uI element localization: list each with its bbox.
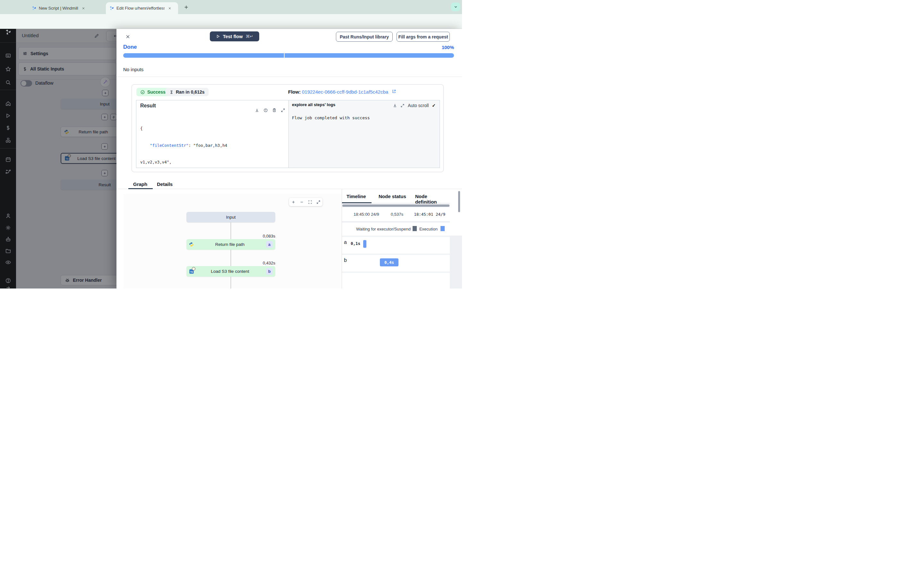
run-result-card: Success Ran in 0,612s Flow: 019224ec-066…: [132, 84, 444, 172]
sidebar-divider: [0, 42, 16, 43]
legend-waiting-label: Waiting for executor/Suspend: [356, 227, 411, 231]
sidebar-item-settings-gear-icon[interactable]: [0, 223, 16, 232]
shortcut-hint: ⌘↵: [246, 34, 253, 39]
sidebar-item-schedules-calendar-icon[interactable]: [0, 155, 16, 164]
timeline-panel: Timeline Node status Node definition 18:…: [342, 189, 450, 288]
logs-pane: explore all steps' logs Auto scroll ✓ Fl…: [288, 100, 439, 168]
sidebar-item-workers-robot-icon[interactable]: [0, 234, 16, 244]
sidebar-item-folders-icon[interactable]: [0, 246, 16, 255]
auto-scroll-label[interactable]: Auto scroll: [408, 103, 429, 108]
graph-edge: [231, 250, 231, 266]
checkmark-icon[interactable]: ✓: [432, 103, 436, 108]
tab-search-chevron-button[interactable]: [451, 3, 460, 11]
test-flow-button[interactable]: Test flow ⌘↵: [210, 31, 259, 41]
timeline-range-row: 18:45:00 24/9 0,537s 18:45:01 24/9: [342, 207, 450, 221]
sidebar-item-audit-eye-icon[interactable]: [0, 258, 16, 267]
browser-tab-edit-flow[interactable]: Edit Flow u/henri/effortless_fl: [106, 2, 178, 14]
external-link-icon[interactable]: [392, 89, 396, 93]
sidebar-divider: [0, 90, 16, 90]
result-logs-split: Result { "fileContentStr": "foo,bar,h3,h…: [136, 100, 440, 168]
step-id-badge: b: [266, 268, 273, 275]
timeline-start: 18:45:00 24/9: [354, 212, 379, 217]
sidebar-item-apps-icon[interactable]: [0, 51, 16, 60]
test-flow-label: Test flow: [223, 34, 243, 39]
hourglass-icon: [170, 90, 174, 94]
step-a-duration: 0,083s: [246, 234, 275, 239]
close-tab-icon[interactable]: [81, 6, 86, 11]
scrollbar-thumb-vertical[interactable]: [458, 191, 460, 212]
sidebar-item-users-icon[interactable]: [0, 211, 16, 221]
scroll-gutter: [450, 189, 462, 288]
legend-execution-swatch: [441, 226, 445, 231]
close-tab-icon[interactable]: [167, 6, 172, 11]
windmill-favicon: [109, 6, 114, 11]
sidebar-item-home-icon[interactable]: [0, 99, 16, 108]
info-icon[interactable]: [263, 108, 268, 113]
tab-graph[interactable]: Graph: [133, 181, 147, 187]
timeline-legend-row: Waiting for executor/Suspend Execution: [342, 223, 450, 235]
timeline-row-b[interactable]: b 0,4s: [342, 255, 450, 271]
download-icon[interactable]: [393, 103, 397, 108]
legend-execution-label: Execution: [419, 227, 438, 231]
legend-waiting-swatch: [413, 226, 417, 231]
browser-tab-new-script[interactable]: New Script | Windmill: [28, 2, 89, 14]
gutter-fill: [450, 235, 462, 288]
graph-node-load-s3[interactable]: TS Load S3 file content b: [186, 266, 275, 277]
past-runs-button[interactable]: Past Runs/Input library: [336, 32, 393, 42]
flow-id-label: Flow:: [288, 89, 300, 95]
flow-id-link[interactable]: 019224ec-0666-ccff-9dbd-1c1af5c42cba: [302, 89, 388, 95]
graph-node-input[interactable]: Input: [186, 212, 275, 222]
tab-title: New Script | Windmill: [39, 6, 78, 11]
progress-percent: 100%: [442, 45, 454, 50]
fill-args-button[interactable]: Fill args from a request: [397, 32, 450, 42]
row-duration: 0,1s: [351, 241, 360, 246]
svg-text:TS: TS: [190, 271, 193, 273]
step-b-duration: 0,432s: [246, 261, 275, 266]
zoom-out-icon[interactable]: [300, 200, 304, 204]
timeline-scrollbar-horizontal[interactable]: [342, 205, 449, 207]
modal-dim-overlay[interactable]: [16, 29, 116, 288]
result-toolbar: [255, 108, 285, 113]
fit-view-icon[interactable]: [308, 200, 312, 204]
fullscreen-icon[interactable]: [317, 200, 320, 204]
fill-args-label: Fill args from a request: [399, 34, 448, 39]
tab-timeline[interactable]: Timeline: [347, 193, 366, 199]
no-inputs-label: No inputs: [123, 67, 144, 72]
sidebar-item-variables-icon[interactable]: [0, 123, 16, 133]
tab-node-status[interactable]: Node status: [379, 193, 406, 199]
graph-canvas[interactable]: Input 0,083s Return file path a 0,432s T…: [124, 194, 342, 288]
python-icon: [189, 242, 194, 247]
duration-label: Ran in 0,612s: [176, 89, 205, 95]
sidebar-item-favorites-star-icon[interactable]: [0, 64, 16, 74]
progress-bar: [123, 53, 454, 58]
close-drawer-icon[interactable]: [126, 34, 130, 39]
row-label: b: [344, 258, 347, 263]
success-badge: Success: [136, 88, 170, 96]
tab-node-definition[interactable]: Node definition: [415, 193, 450, 205]
graph-node-return-file-path[interactable]: Return file path a: [186, 239, 275, 250]
sidebar-item-runs-icon[interactable]: [0, 111, 16, 121]
new-tab-button[interactable]: [184, 5, 189, 10]
windmill-logo-icon[interactable]: [0, 27, 16, 37]
timeline-row-a[interactable]: a 0,1s: [342, 237, 450, 253]
zoom-in-icon[interactable]: [291, 200, 296, 204]
node-label: Return file path: [197, 242, 263, 247]
graph-edge: [231, 222, 231, 239]
browser-tab-strip: New Script | Windmill Edit Flow u/henri/…: [0, 0, 462, 14]
row-label: a: [344, 239, 347, 245]
app-sidebar: [0, 29, 16, 288]
graph-edge: [231, 277, 231, 288]
copy-clipboard-icon[interactable]: [272, 108, 276, 113]
progress-step-divider: [284, 53, 284, 58]
download-icon[interactable]: [255, 108, 259, 113]
expand-icon[interactable]: [281, 108, 285, 113]
sidebar-item-resources-icon[interactable]: [0, 135, 16, 145]
sidebar-item-search-icon[interactable]: [0, 77, 16, 87]
logs-toolbar: Auto scroll ✓: [393, 103, 436, 108]
sidebar-collapse-arrow-icon[interactable]: [0, 283, 16, 288]
tab-details[interactable]: Details: [157, 181, 173, 187]
expand-icon[interactable]: [401, 103, 405, 108]
sidebar-item-workflows-icon[interactable]: [0, 167, 16, 176]
execution-bar: [363, 240, 367, 248]
section-divider: [116, 77, 462, 77]
